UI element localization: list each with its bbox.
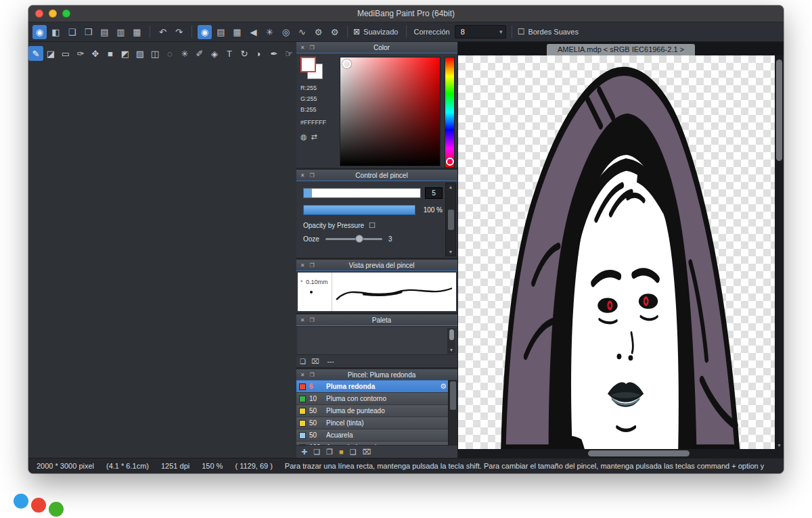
suavizado-checkbox[interactable]: ⊠ (353, 27, 360, 37)
select-pen-tool[interactable]: ✐ (192, 46, 207, 61)
close-icon[interactable]: ✕ (299, 172, 306, 179)
ink-pen-tool[interactable]: ✒ (267, 46, 281, 61)
undo-button[interactable]: ↶ (156, 25, 170, 39)
comment-icon[interactable]: ❑ (65, 25, 79, 39)
popout-icon[interactable]: ❐ (309, 262, 315, 268)
brush-tool[interactable]: ✎ (28, 46, 43, 61)
fill-tool[interactable]: ◩ (118, 46, 133, 61)
table-icon[interactable]: ▦ (130, 25, 144, 39)
popout-icon[interactable]: ❐ (309, 372, 315, 378)
duplicate-brush-icon[interactable]: ❑ (350, 448, 357, 456)
window-controls (35, 5, 70, 22)
brush-folder-icon[interactable]: ■ (339, 448, 344, 456)
horizontal-scrollbar[interactable] (458, 449, 775, 458)
brush-acuarela[interactable]: 50 Acuarela (296, 429, 457, 442)
download-brush-icon[interactable]: ❏ (313, 448, 320, 456)
web-colors-icon[interactable]: ◍ (300, 133, 307, 141)
curve-tip-icon[interactable]: ∿ (295, 25, 309, 39)
eyedropper-tool[interactable]: ◗ (252, 46, 267, 61)
export-icon[interactable]: ◧ (49, 25, 63, 39)
scrollbar-thumb[interactable] (448, 210, 454, 230)
minimize-button[interactable] (49, 9, 57, 18)
popout-icon[interactable]: ❐ (309, 172, 315, 179)
document-tab[interactable]: AMELIA.mdp < sRGB IEC61966-2.1 > (547, 44, 695, 55)
close-icon[interactable]: ✕ (299, 317, 306, 323)
pen-tool[interactable]: ✑ (73, 46, 88, 61)
scrollbar-thumb[interactable] (450, 381, 456, 410)
brush-pluma-de-punteado[interactable]: 50 Pluma de punteado (296, 405, 457, 417)
round-tip-icon[interactable]: ◉ (198, 25, 212, 39)
brush-opacity-slider[interactable] (303, 205, 415, 215)
arrow-tip-icon[interactable]: ◀ (246, 25, 261, 39)
text-tool[interactable]: T (222, 46, 237, 61)
brush-size-slider[interactable] (303, 188, 421, 198)
scroll-down-icon[interactable]: ▼ (449, 348, 454, 352)
bordes-suaves-checkbox[interactable]: ☐ (518, 27, 525, 37)
brush-size-value[interactable]: 5 (425, 187, 443, 199)
redo-button[interactable]: ↷ (172, 25, 186, 39)
brush-pincel-tinta[interactable]: 50 Pincel (tinta) (296, 417, 457, 429)
close-icon[interactable]: ✕ (299, 45, 306, 51)
zoom-button[interactable] (62, 9, 70, 18)
gradient-tool[interactable]: ▨ (133, 46, 148, 61)
settings-icon[interactable]: ⚙ (311, 25, 325, 39)
close-icon[interactable]: ✕ (299, 262, 306, 268)
delete-brush-icon[interactable]: ⌧ (363, 448, 371, 456)
brush-list-scrollbar[interactable] (448, 380, 457, 446)
brush-shape-icon[interactable]: ◉ (32, 25, 47, 39)
horizontal-scrollbar-thumb[interactable] (588, 450, 690, 456)
panel-scrollbar[interactable]: ▲ ▼ (445, 183, 456, 256)
correccion-dropdown[interactable]: 8 ▾ (455, 25, 506, 39)
ooze-slider-thumb[interactable] (355, 235, 363, 243)
close-icon[interactable]: ✕ (299, 372, 306, 378)
ring-tip-icon[interactable]: ◎ (279, 25, 293, 39)
square-tool[interactable]: ■ (103, 46, 118, 61)
chat-icon[interactable]: ❒ (81, 25, 95, 39)
saturation-value-picker[interactable] (340, 57, 441, 166)
vertical-scrollbar[interactable]: ▼ (775, 55, 784, 449)
close-button[interactable] (35, 9, 43, 18)
brush-size: 10 (309, 395, 323, 402)
brush-settings-icon[interactable]: ⚙ (440, 382, 447, 391)
scroll-down-icon[interactable]: ▼ (449, 250, 453, 254)
new-brush-icon[interactable]: ❐ (326, 448, 333, 456)
brush-pluma-con-contorno[interactable]: 10 Pluma con contorno (296, 393, 457, 405)
rotate-tool[interactable]: ↻ (237, 46, 252, 61)
lasso-tool[interactable]: ◌ (162, 46, 177, 61)
brush-pluma-redonda[interactable]: 6 Pluma redonda ⚙ (296, 381, 457, 393)
palette-body[interactable]: ▼ (298, 327, 456, 354)
vertical-scrollbar-thumb[interactable] (776, 60, 782, 161)
settings-small-icon[interactable]: ⚙ (328, 25, 342, 39)
add-brush-icon[interactable]: ✚ (301, 448, 307, 456)
grid-tip-icon[interactable]: ▦ (230, 25, 244, 39)
brush-color-swatch (299, 420, 306, 427)
color-swatches[interactable] (300, 57, 325, 81)
scroll-down-icon[interactable]: ▼ (775, 443, 784, 448)
foreground-color-swatch[interactable] (300, 57, 316, 72)
popout-icon[interactable]: ❐ (309, 45, 315, 51)
hue-strip[interactable] (445, 57, 455, 168)
rectangle-tool[interactable]: ▭ (58, 46, 73, 61)
select-erase-tool[interactable]: ◈ (207, 46, 222, 61)
palette-scrollbar[interactable]: ▼ (447, 328, 455, 354)
new-color-icon[interactable]: ❏ (300, 358, 306, 365)
move-tool[interactable]: ✥ (88, 46, 103, 61)
scroll-up-icon[interactable]: ▲ (449, 185, 453, 189)
canvas-artwork[interactable] (458, 55, 775, 449)
scatter-tip-icon[interactable]: ✳ (263, 25, 277, 39)
magic-wand-tool[interactable]: ✳ (177, 46, 192, 61)
scrollbar-thumb[interactable] (449, 329, 454, 340)
document-icon[interactable]: ▤ (97, 25, 112, 39)
ooze-slider[interactable] (325, 238, 382, 240)
swap-colors-icon[interactable]: ⇄ (311, 133, 317, 141)
status-coordinates: ( 1129, 69 ) (235, 462, 272, 470)
delete-color-icon[interactable]: ⌧ (311, 358, 319, 365)
pages-icon[interactable]: ▥ (114, 25, 128, 39)
flat-tip-icon[interactable]: ▤ (214, 25, 228, 39)
popout-icon[interactable]: ❐ (309, 317, 315, 323)
hand-tool[interactable]: ☞ (281, 46, 296, 61)
select-rect-tool[interactable]: ◫ (148, 46, 162, 61)
eraser-tool[interactable]: ◪ (43, 46, 58, 61)
opacity-by-pressure-checkbox[interactable]: ☐ (369, 221, 376, 230)
canvas-viewport[interactable] (458, 55, 775, 449)
